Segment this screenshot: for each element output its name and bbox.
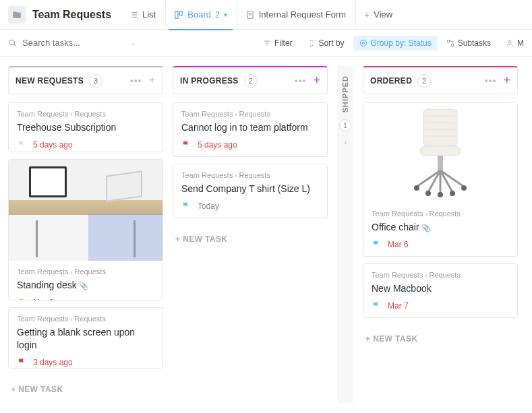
add-view[interactable]: + View (355, 0, 401, 30)
new-task-button[interactable]: + NEW TASK (8, 375, 163, 404)
breadcrumb: Team Requests›Requests (372, 210, 509, 218)
column-header-in-progress: IN PROGRESS 2 ••• + (173, 66, 328, 94)
svg-rect-7 (179, 11, 182, 15)
sort-button[interactable]: Sort by (301, 36, 351, 51)
group-icon (359, 39, 367, 47)
svg-rect-19 (451, 44, 453, 46)
svg-point-20 (508, 40, 511, 43)
task-date: 5 days ago (33, 140, 73, 150)
task-title: Cannot log in to team platform (181, 121, 319, 133)
task-date: 3 days ago (33, 358, 73, 367)
breadcrumb: Team Requests›Requests (181, 171, 319, 179)
column-new-requests: NEW REQUESTS 3 ••• + Team Requests›Reque… (8, 66, 163, 404)
group-by-button[interactable]: Group by: Status (353, 36, 438, 51)
task-card[interactable]: Team Requests›Requests Office chair📎 Mar… (363, 102, 518, 257)
task-card[interactable]: Team Requests›Requests Cannot log in to … (173, 102, 328, 157)
svg-point-28 (414, 185, 419, 191)
column-in-progress: IN PROGRESS 2 ••• + Team Requests›Reques… (173, 66, 328, 404)
column-title: SHIPPED (341, 75, 349, 113)
subtasks-button[interactable]: Subtasks (440, 36, 497, 51)
column-add[interactable]: + (148, 73, 156, 88)
svg-point-31 (450, 191, 455, 196)
task-date: Mar 7 (388, 301, 409, 311)
task-image (9, 160, 162, 261)
column-header-ordered: ORDERED 2 ••• + (363, 66, 518, 94)
task-title: Office chair📎 (372, 221, 509, 233)
svg-rect-21 (423, 109, 457, 146)
svg-rect-26 (420, 146, 461, 156)
task-date: Mar 9 (33, 298, 54, 300)
plus-icon: + (364, 9, 370, 20)
tab-board[interactable]: Board 2 ▾ (165, 0, 235, 30)
toolbar-right: Filter Sort by Group by: Status Subtasks… (257, 36, 524, 51)
sort-icon (307, 39, 316, 47)
board-icon (174, 10, 183, 20)
column-header-new-requests: NEW REQUESTS 3 ••• + (8, 66, 163, 94)
svg-point-29 (461, 185, 467, 191)
tab-list[interactable]: List (121, 0, 164, 30)
task-title: Treehouse Subscription (17, 121, 154, 133)
breadcrumb: Team Requests›Requests (17, 110, 154, 118)
column-count: 1 (339, 119, 351, 131)
sort-label: Sort by (319, 38, 345, 48)
svg-point-16 (360, 40, 366, 46)
task-card[interactable]: Team Requests›Requests New Macbook Mar 7 (363, 263, 518, 318)
filter-button[interactable]: Filter (257, 36, 299, 51)
new-task-button[interactable]: + NEW TASK (173, 225, 328, 253)
task-title: Getting a blank screen upon login (17, 326, 154, 350)
search-icon (8, 38, 17, 47)
page-title: Team Requests (32, 9, 111, 21)
cards-in-progress: Team Requests›Requests Cannot log in to … (173, 102, 328, 253)
attachment-icon: 📎 (79, 282, 88, 290)
user-label: M (517, 38, 524, 48)
form-icon (245, 10, 255, 20)
column-shipped-collapsed[interactable]: SHIPPED 1 › (337, 66, 353, 404)
column-title: ORDERED (370, 76, 412, 86)
board: NEW REQUESTS 3 ••• + Team Requests›Reque… (0, 57, 532, 413)
chevron-right-icon: › (344, 138, 347, 146)
column-menu[interactable]: ••• (485, 75, 497, 86)
column-count: 3 (89, 74, 102, 88)
breadcrumb: Team Requests›Requests (17, 315, 154, 323)
task-title: Standing desk📎 (17, 279, 154, 291)
chevron-down-icon[interactable]: ⌄ (130, 39, 136, 46)
view-tabs: List Board 2 ▾ Internal Request Form + V… (121, 0, 401, 30)
task-card[interactable]: Team Requests›Requests Getting a blank s… (8, 307, 163, 369)
subtasks-icon (446, 39, 454, 47)
flag-icon (17, 358, 26, 367)
column-count: 2 (417, 74, 431, 88)
task-date: Today (198, 201, 219, 211)
add-view-label: View (374, 9, 392, 20)
flag-icon (372, 240, 381, 249)
list-icon (129, 10, 138, 20)
group-by-label: Group by: Status (371, 38, 432, 48)
new-task-button[interactable]: + NEW TASK (363, 325, 518, 353)
column-count: 2 (244, 74, 258, 88)
attachment-icon: 📎 (421, 224, 431, 232)
flag-icon (17, 140, 26, 150)
search-input[interactable] (22, 38, 117, 48)
task-card[interactable]: Team Requests›Requests Standing desk📎 Ma… (8, 159, 163, 300)
tab-form[interactable]: Internal Request Form (237, 0, 354, 30)
task-card[interactable]: Team Requests›Requests Send Company T sh… (173, 164, 328, 218)
column-menu[interactable]: ••• (295, 75, 307, 86)
column-title: IN PROGRESS (180, 76, 239, 86)
task-card[interactable]: Team Requests›Requests Treehouse Subscri… (8, 102, 163, 152)
flag-icon (181, 140, 191, 150)
breadcrumb: Team Requests›Requests (372, 271, 509, 279)
column-menu[interactable]: ••• (130, 75, 142, 86)
svg-rect-27 (438, 156, 443, 170)
task-title: Send Company T shirt (Size L) (181, 183, 319, 195)
filter-label: Filter (274, 38, 293, 48)
column-add[interactable]: + (313, 73, 320, 88)
filter-icon (263, 39, 271, 47)
column-add[interactable]: + (503, 73, 510, 88)
svg-point-30 (425, 191, 431, 196)
breadcrumb: Team Requests›Requests (181, 110, 319, 118)
user-button[interactable]: M (500, 36, 524, 51)
svg-line-12 (14, 44, 16, 46)
user-icon (506, 39, 514, 47)
svg-point-32 (438, 192, 443, 197)
svg-rect-18 (447, 40, 449, 42)
flag-icon (181, 201, 191, 211)
